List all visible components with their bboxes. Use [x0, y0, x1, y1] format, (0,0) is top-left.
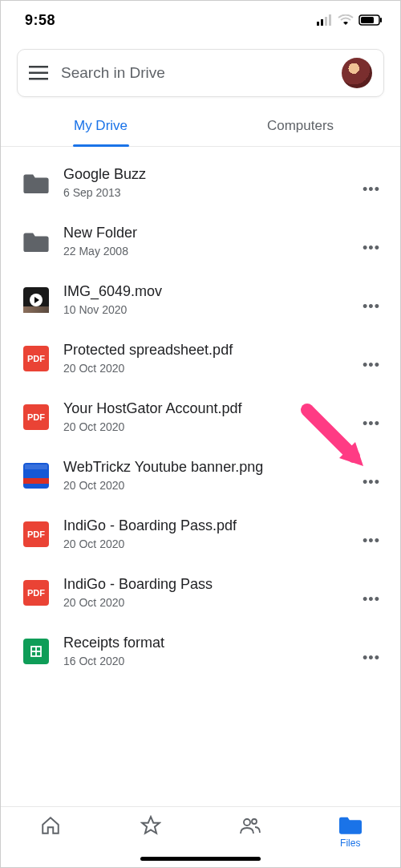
file-name: New Folder	[63, 225, 360, 241]
more-options-icon[interactable]: •••	[360, 533, 383, 550]
svg-rect-3	[329, 14, 331, 26]
file-name: IndiGo - Boarding Pass.pdf	[63, 517, 360, 534]
file-name: Receipts format	[63, 635, 360, 651]
search-bar[interactable]: Search in Drive	[17, 49, 384, 97]
more-options-icon[interactable]: •••	[360, 474, 383, 491]
svg-rect-8	[29, 72, 48, 75]
svg-rect-6	[380, 18, 382, 22]
svg-rect-9	[29, 78, 48, 80]
file-date: 20 Oct 2020	[63, 420, 360, 433]
svg-rect-2	[325, 17, 327, 26]
sheets-icon	[23, 639, 49, 664]
status-icons	[317, 14, 383, 26]
folder-icon	[23, 170, 49, 196]
file-name: Your HostGator Account.pdf	[63, 400, 360, 417]
more-options-icon[interactable]: •••	[360, 591, 383, 608]
file-name: Protected spreadsheet.pdf	[63, 342, 360, 359]
nav-shared[interactable]	[200, 815, 301, 836]
file-date: 16 Oct 2020	[63, 655, 360, 667]
battery-icon	[358, 14, 383, 26]
svg-rect-5	[361, 17, 374, 23]
search-input[interactable]: Search in Drive	[61, 64, 342, 82]
file-row[interactable]: New Folder 22 May 2008 •••	[1, 212, 400, 270]
pdf-icon: PDF	[23, 346, 49, 371]
folder-icon	[23, 229, 49, 254]
file-date: 20 Oct 2020	[63, 537, 360, 550]
file-name: IndiGo - Boarding Pass	[63, 576, 360, 593]
pdf-icon: PDF	[23, 404, 49, 430]
file-row[interactable]: PDF IndiGo - Boarding Pass 20 Oct 2020 •…	[1, 563, 400, 622]
file-date: 20 Oct 2020	[63, 479, 360, 492]
svg-rect-1	[321, 19, 323, 26]
home-icon	[40, 815, 61, 836]
file-list: Google Buzz 6 Sep 2013 ••• New Folder 22…	[1, 147, 400, 687]
tab-computers[interactable]: Computers	[200, 107, 400, 146]
file-row[interactable]: Google Buzz 6 Sep 2013 •••	[1, 153, 400, 212]
image-thumbnail-icon	[23, 463, 49, 489]
file-name: IMG_6049.mov	[63, 283, 360, 300]
svg-point-15	[244, 819, 250, 825]
more-options-icon[interactable]: •••	[360, 240, 383, 257]
people-icon	[239, 815, 261, 836]
profile-avatar[interactable]	[342, 58, 372, 88]
wifi-icon	[338, 14, 354, 26]
svg-point-16	[252, 819, 257, 824]
tab-my-drive[interactable]: My Drive	[1, 107, 200, 146]
file-row[interactable]: WebTrickz Youtube banner.png 20 Oct 2020…	[1, 446, 400, 505]
file-date: 10 Nov 2020	[63, 303, 360, 316]
hamburger-menu-icon[interactable]	[29, 66, 48, 80]
file-date: 22 May 2008	[63, 245, 360, 258]
file-row[interactable]: Receipts format 16 Oct 2020 •••	[1, 622, 400, 680]
file-row[interactable]: PDF Your HostGator Account.pdf 20 Oct 20…	[1, 387, 400, 446]
more-options-icon[interactable]: •••	[360, 650, 383, 667]
file-date: 20 Oct 2020	[63, 362, 360, 375]
more-options-icon[interactable]: •••	[360, 298, 383, 315]
nav-starred[interactable]	[101, 815, 201, 836]
file-row[interactable]: PDF IndiGo - Boarding Pass.pdf 20 Oct 20…	[1, 505, 400, 563]
pdf-icon: PDF	[23, 521, 49, 547]
nav-files-label: Files	[340, 838, 360, 849]
home-indicator[interactable]	[140, 857, 261, 861]
star-icon	[140, 815, 161, 836]
svg-rect-0	[317, 22, 319, 26]
svg-rect-7	[29, 66, 48, 68]
status-bar: 9:58	[1, 1, 400, 36]
file-row[interactable]: IMG_6049.mov 10 Nov 2020 •••	[1, 270, 400, 329]
cellular-icon	[317, 14, 333, 26]
file-name: Google Buzz	[63, 166, 360, 183]
tabs: My Drive Computers	[1, 107, 400, 147]
file-date: 6 Sep 2013	[63, 186, 360, 199]
more-options-icon[interactable]: •••	[360, 416, 383, 432]
folder-icon	[339, 815, 362, 834]
more-options-icon[interactable]: •••	[360, 357, 383, 374]
file-row[interactable]: PDF Protected spreadsheet.pdf 20 Oct 202…	[1, 329, 400, 387]
more-options-icon[interactable]: •••	[360, 181, 383, 198]
pdf-icon: PDF	[23, 580, 49, 606]
nav-home[interactable]	[1, 815, 101, 836]
file-date: 20 Oct 2020	[63, 596, 360, 609]
nav-files[interactable]: Files	[301, 815, 401, 849]
file-name: WebTrickz Youtube banner.png	[63, 459, 360, 476]
status-time: 9:58	[25, 12, 55, 29]
video-thumbnail-icon	[23, 287, 49, 313]
